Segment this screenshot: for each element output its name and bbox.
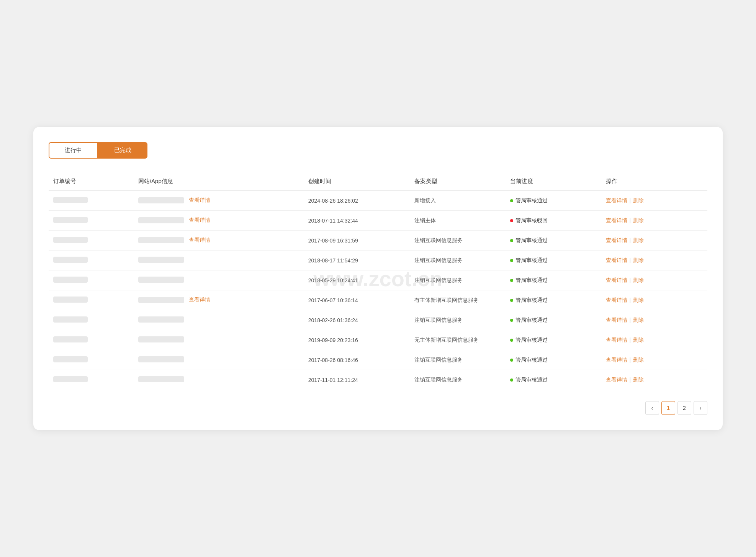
- site-name-blurred: [138, 217, 184, 223]
- site-info-cell: 查看详情: [134, 211, 304, 230]
- create-time-cell: 2018-02-26 01:36:24: [304, 310, 410, 330]
- action-divider: |: [630, 217, 631, 223]
- site-name-blurred: [138, 297, 184, 303]
- next-page-button[interactable]: ›: [694, 401, 707, 415]
- action-divider: |: [630, 317, 631, 323]
- status-cell: 管局审核通过: [506, 330, 601, 350]
- site-name-blurred: [138, 277, 184, 283]
- site-info-cell: [134, 350, 304, 369]
- view-detail-button[interactable]: 查看详情: [606, 337, 627, 343]
- tab-in-progress[interactable]: 进行中: [49, 142, 98, 159]
- table-row: 2018-02-26 01:36:24注销互联网信息服务管局审核通过查看详情|删…: [49, 310, 707, 330]
- site-name-blurred: [138, 376, 184, 382]
- site-info-cell: [134, 270, 304, 289]
- order-id-blurred: [53, 316, 88, 323]
- create-time-cell: 2018-08-17 11:54:29: [304, 251, 410, 270]
- status-dot-icon: [510, 339, 513, 342]
- delete-button[interactable]: 删除: [633, 297, 644, 303]
- site-info-cell: [134, 370, 304, 388]
- record-type-cell: 注销互联网信息服务: [410, 270, 506, 290]
- create-time-cell: 2024-08-26 18:26:02: [304, 191, 410, 211]
- page-1-button[interactable]: 1: [661, 401, 675, 415]
- order-id-blurred: [53, 277, 88, 283]
- status-cell: 管局审核通过: [506, 290, 601, 310]
- delete-button[interactable]: 删除: [633, 217, 644, 223]
- status-cell: 管局审核通过: [506, 370, 601, 390]
- view-detail-button[interactable]: 查看详情: [606, 377, 627, 383]
- status-dot-icon: [510, 259, 513, 262]
- order-id-blurred: [53, 197, 88, 203]
- order-id-blurred: [53, 237, 88, 243]
- col-header-order: 订单编号: [49, 172, 134, 191]
- record-type-cell: 有主体新增互联网信息服务: [410, 290, 506, 310]
- view-detail-button[interactable]: 查看详情: [606, 297, 627, 303]
- delete-button[interactable]: 删除: [633, 377, 644, 383]
- record-type-cell: 注销互联网信息服务: [410, 310, 506, 330]
- site-detail-link[interactable]: 查看详情: [189, 217, 210, 224]
- col-header-status: 当前进度: [506, 172, 601, 191]
- table-row: 2018-08-17 11:54:29注销互联网信息服务管局审核通过查看详情|删…: [49, 251, 707, 270]
- create-time-cell: 2018-05-29 10:24:41: [304, 270, 410, 290]
- status-text: 管局审核通过: [515, 297, 548, 303]
- col-header-time: 创建时间: [304, 172, 410, 191]
- pagination: ‹ 1 2 ›: [49, 401, 707, 415]
- delete-button[interactable]: 删除: [633, 337, 644, 343]
- order-id-cell: [49, 350, 134, 370]
- create-time-cell: 2017-06-07 10:36:14: [304, 290, 410, 310]
- view-detail-button[interactable]: 查看详情: [606, 197, 627, 203]
- site-detail-link[interactable]: 查看详情: [189, 297, 210, 303]
- view-detail-button[interactable]: 查看详情: [606, 277, 627, 283]
- site-detail-link[interactable]: 查看详情: [189, 197, 210, 204]
- tab-group: 进行中 已完成: [49, 142, 707, 159]
- table-row: 2017-11-01 12:11:24注销互联网信息服务管局审核通过查看详情|删…: [49, 370, 707, 390]
- view-detail-button[interactable]: 查看详情: [606, 317, 627, 323]
- status-text: 管局审核通过: [515, 317, 548, 323]
- action-divider: |: [630, 197, 631, 203]
- view-detail-button[interactable]: 查看详情: [606, 217, 627, 223]
- status-text: 管局审核通过: [515, 197, 548, 203]
- site-info-cell: [134, 330, 304, 349]
- create-time-cell: 2018-07-11 14:32:44: [304, 211, 410, 231]
- table-row: 2017-08-26 08:16:46注销互联网信息服务管局审核通过查看详情|删…: [49, 350, 707, 370]
- page-2-button[interactable]: 2: [677, 401, 691, 415]
- delete-button[interactable]: 删除: [633, 357, 644, 363]
- order-id-blurred: [53, 376, 88, 382]
- record-type-cell: 注销互联网信息服务: [410, 251, 506, 270]
- action-divider: |: [630, 337, 631, 343]
- action-divider: |: [630, 277, 631, 283]
- delete-button[interactable]: 删除: [633, 197, 644, 203]
- status-text: 管局审核通过: [515, 357, 548, 363]
- action-cell: 查看详情|删除: [601, 370, 707, 390]
- tab-completed[interactable]: 已完成: [98, 142, 147, 159]
- status-cell: 管局审核通过: [506, 191, 601, 211]
- action-cell: 查看详情|删除: [601, 310, 707, 330]
- record-type-cell: 注销互联网信息服务: [410, 370, 506, 390]
- action-cell: 查看详情|删除: [601, 251, 707, 270]
- order-id-blurred: [53, 257, 88, 263]
- view-detail-button[interactable]: 查看详情: [606, 237, 627, 243]
- status-dot-icon: [510, 279, 513, 282]
- delete-button[interactable]: 删除: [633, 237, 644, 243]
- order-id-blurred: [53, 297, 88, 303]
- delete-button[interactable]: 删除: [633, 277, 644, 283]
- order-id-blurred: [53, 356, 88, 362]
- view-detail-button[interactable]: 查看详情: [606, 357, 627, 363]
- site-name-blurred: [138, 197, 184, 203]
- delete-button[interactable]: 删除: [633, 257, 644, 263]
- status-cell: 管局审核通过: [506, 310, 601, 330]
- delete-button[interactable]: 删除: [633, 317, 644, 323]
- order-id-cell: [49, 270, 134, 290]
- action-divider: |: [630, 357, 631, 363]
- order-id-cell: [49, 231, 134, 251]
- status-text: 管局审核通过: [515, 277, 548, 283]
- status-dot-icon: [510, 378, 513, 382]
- table-header-row: 订单编号 网站/App信息 创建时间 备案类型 当前进度 操作: [49, 172, 707, 191]
- site-detail-link[interactable]: 查看详情: [189, 237, 210, 244]
- status-text: 管局审核通过: [515, 237, 548, 243]
- prev-page-button[interactable]: ‹: [645, 401, 659, 415]
- view-detail-button[interactable]: 查看详情: [606, 257, 627, 263]
- status-dot-icon: [510, 319, 513, 322]
- status-cell: 管局审核通过: [506, 231, 601, 251]
- record-type-cell: 注销互联网信息服务: [410, 231, 506, 251]
- action-cell: 查看详情|删除: [601, 211, 707, 231]
